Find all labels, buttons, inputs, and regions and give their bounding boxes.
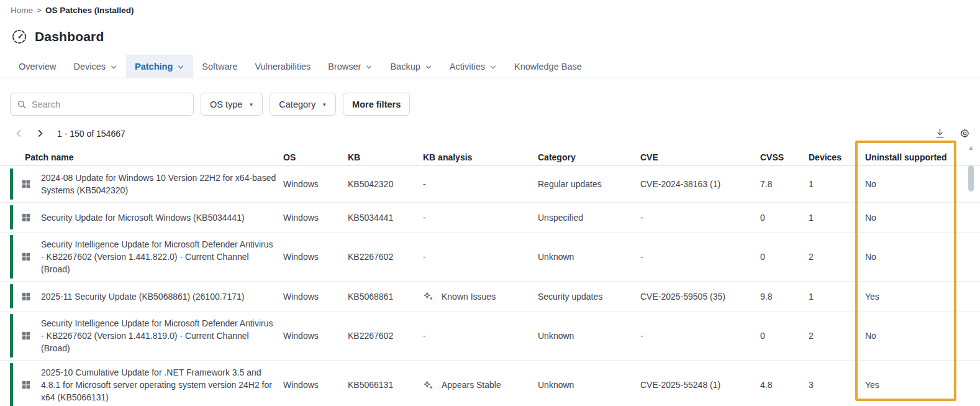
uninstall-supported-value: No — [865, 245, 957, 269]
tab-software[interactable]: Software — [193, 55, 246, 78]
chevron-down-icon — [110, 63, 117, 71]
next-page-button[interactable] — [34, 127, 46, 140]
tab-label: Vulnerabilities — [255, 62, 311, 72]
windows-os-icon — [10, 375, 41, 395]
breadcrumb-home-link[interactable]: Home — [11, 6, 33, 15]
tab-knowledge-base[interactable]: Knowledge Base — [506, 55, 591, 78]
patches-table: Patch nameOSKBKB analysisCategoryCVECVSS… — [0, 145, 980, 406]
uninstall-supported-value: Yes — [865, 373, 957, 397]
table-row[interactable]: 2025-11 Security Update (KB5068861) (261… — [0, 282, 980, 311]
cve-value: - — [640, 245, 760, 269]
category-value: Security updates — [538, 285, 640, 308]
kb-value: KB5034441 — [348, 206, 423, 229]
patch-name: 2024-08 Update for Windows 10 Version 22… — [41, 166, 283, 202]
patch-name: Security Intelligence Update for Microso… — [41, 233, 283, 281]
breadcrumb-separator: > — [37, 6, 42, 15]
scrollbar-thumb[interactable] — [968, 165, 974, 191]
windows-os-icon — [10, 247, 41, 267]
chevron-down-icon — [177, 63, 184, 71]
devices-count: 3 — [809, 373, 865, 397]
tab-label: Devices — [73, 62, 106, 72]
caret-down-icon: ▼ — [322, 102, 327, 108]
tab-devices[interactable]: Devices — [65, 55, 126, 78]
pagination-toolbar: 1 - 150 of 154667 — [0, 116, 980, 139]
tab-patching[interactable]: Patching — [126, 55, 193, 78]
chevron-down-icon — [425, 63, 432, 71]
table-row[interactable]: Security Intelligence Update for Microso… — [0, 233, 980, 282]
pagination-range: 1 - 150 of 154667 — [57, 129, 125, 139]
installed-status-indicator — [10, 235, 13, 279]
tab-label: Patching — [135, 62, 173, 72]
patch-name: Security Intelligence Update for Microso… — [41, 311, 283, 360]
kb-value: KB5068861 — [348, 285, 423, 308]
devices-count: 1 — [809, 206, 865, 229]
patch-name: 2025-10 Cumulative Update for .NET Frame… — [41, 361, 283, 406]
search-input[interactable] — [32, 99, 187, 109]
kb-analysis-value: Known Issues — [423, 285, 538, 308]
table-actions — [935, 128, 970, 139]
dashboard-page: Home > OS Patches (Installed) Dashboard … — [0, 0, 980, 406]
os-value: Windows — [283, 172, 348, 196]
cve-value: - — [640, 324, 760, 348]
windows-os-icon — [10, 174, 41, 194]
tab-backup[interactable]: Backup — [381, 55, 440, 78]
uninstall-supported-value: No — [865, 324, 957, 348]
tab-activities[interactable]: Activities — [441, 55, 506, 78]
cvss-value: 0 — [760, 206, 809, 229]
breadcrumb-current: OS Patches (Installed) — [45, 6, 134, 15]
installed-status-indicator — [10, 284, 13, 308]
cvss-value: 9.8 — [760, 285, 809, 308]
category-value: Unknown — [538, 324, 640, 348]
kb-value: KB2267602 — [348, 245, 423, 269]
kb-analysis-value: Appears Stable — [423, 373, 538, 397]
installed-status-indicator — [10, 363, 13, 406]
search-box — [10, 93, 194, 116]
scrollbar-up-arrow[interactable]: ▲ — [968, 144, 974, 151]
filter-bar: OS type ▼ Category ▼ More filters — [0, 78, 980, 116]
os-value: Windows — [283, 206, 348, 229]
download-icon[interactable] — [935, 128, 945, 139]
tab-label: Software — [202, 62, 237, 72]
tab-vulnerabilities[interactable]: Vulnerabilities — [246, 55, 319, 78]
windows-os-icon — [10, 287, 41, 307]
category-filter-dropdown[interactable]: Category ▼ — [270, 93, 336, 116]
installed-status-indicator — [10, 205, 13, 229]
kb-analysis-value: - — [423, 324, 538, 348]
cve-value: CVE-2025-59505 (35) — [640, 285, 760, 308]
kb-analysis-label: Appears Stable — [442, 379, 501, 391]
previous-page-button[interactable] — [12, 127, 25, 140]
kb-analysis-value: - — [423, 245, 538, 269]
tab-browser[interactable]: Browser — [319, 55, 381, 78]
cve-value: CVE-2024-38163 (1) — [640, 172, 760, 196]
breadcrumb: Home > OS Patches (Installed) — [0, 0, 980, 15]
ai-sparkle-icon — [423, 380, 433, 390]
gauge-dashboard-icon — [11, 29, 27, 45]
table-row[interactable]: Security Update for Microsoft Windows (K… — [0, 203, 980, 233]
os-value: Windows — [283, 373, 348, 397]
page-title: Dashboard — [35, 29, 104, 44]
tab-label: Knowledge Base — [514, 62, 582, 72]
settings-gear-icon[interactable] — [960, 128, 970, 139]
tab-label: Browser — [328, 62, 361, 72]
patch-name: 2025-11 Security Update (KB5068861) (261… — [41, 285, 283, 308]
devices-count: 2 — [809, 324, 865, 348]
table-row[interactable]: Security Intelligence Update for Microso… — [0, 311, 980, 361]
chevron-down-icon — [365, 63, 373, 71]
os-value: Windows — [283, 285, 348, 308]
tab-overview[interactable]: Overview — [10, 55, 65, 78]
uninstall-supported-value: Yes — [865, 285, 957, 308]
cvss-value: 0 — [760, 324, 809, 348]
tab-bar: OverviewDevicesPatchingSoftwareVulnerabi… — [0, 55, 980, 78]
category-value: Unspecified — [538, 206, 640, 229]
kb-analysis-value: - — [423, 172, 538, 196]
chevron-down-icon — [489, 63, 497, 71]
table-row[interactable]: 2024-08 Update for Windows 10 Version 22… — [0, 166, 980, 203]
table-row[interactable]: 2025-10 Cumulative Update for .NET Frame… — [0, 361, 980, 406]
os-type-filter-dropdown[interactable]: OS type ▼ — [201, 93, 263, 116]
category-value: Unknown — [538, 245, 640, 269]
devices-count: 2 — [809, 245, 865, 269]
cve-value: - — [640, 206, 760, 229]
devices-count: 1 — [809, 285, 865, 308]
more-filters-button[interactable]: More filters — [343, 93, 410, 116]
category-filter-label: Category — [279, 99, 315, 109]
